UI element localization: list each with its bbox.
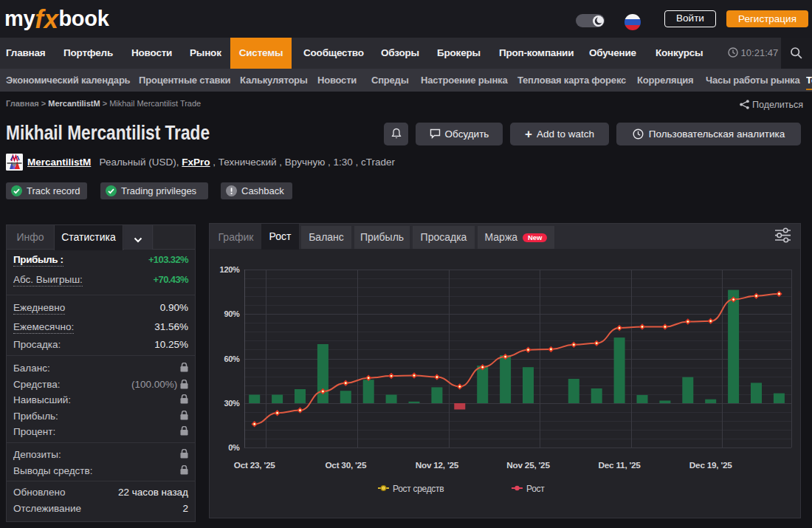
svg-text:Dec 11, '25: Dec 11, '25 — [599, 460, 641, 470]
svg-text:Oct 30, '25: Oct 30, '25 — [325, 460, 366, 470]
svg-text:Oct 23, '25: Oct 23, '25 — [234, 460, 275, 470]
svg-text:Nov 12, '25: Nov 12, '25 — [416, 460, 459, 470]
svg-text:0%: 0% — [228, 443, 240, 452]
svg-text:30%: 30% — [224, 399, 240, 408]
svg-text:Рост средств: Рост средств — [393, 484, 444, 494]
svg-text:Рост: Рост — [526, 484, 545, 494]
svg-text:60%: 60% — [224, 354, 240, 363]
svg-text:90%: 90% — [224, 309, 240, 318]
svg-text:120%: 120% — [220, 265, 240, 274]
svg-text:Nov 25, '25: Nov 25, '25 — [506, 460, 550, 470]
svg-text:Dec 19, '25: Dec 19, '25 — [689, 460, 732, 470]
